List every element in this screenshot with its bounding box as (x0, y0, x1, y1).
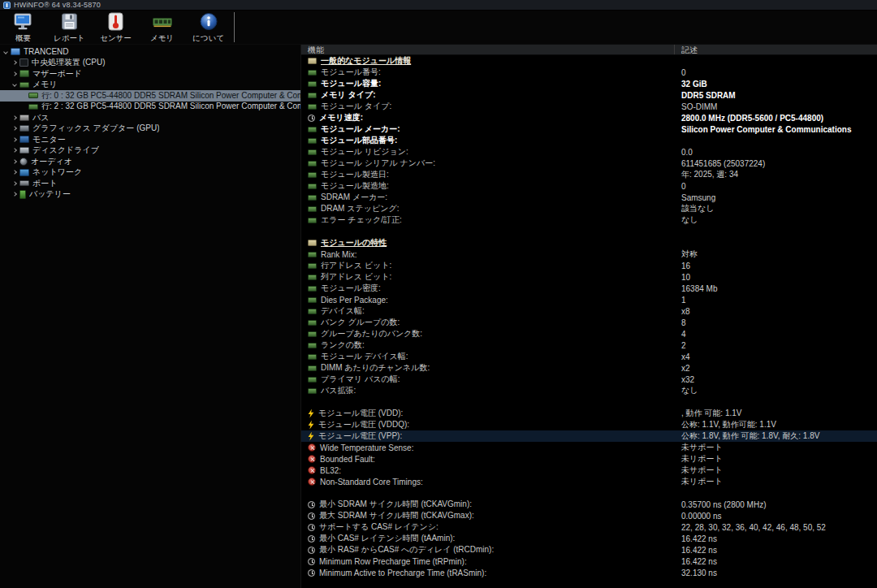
detail-row[interactable]: ランクの数:2 (301, 339, 877, 351)
ram-icon (308, 343, 317, 348)
detail-row[interactable]: 最小 SDRAM サイクル時間 (tCKAVGmin):0.35700 ns (… (301, 499, 877, 510)
sidebar-item[interactable]: マザーボード (0, 68, 300, 80)
feature-label: モジュール電圧 (VPP): (318, 430, 402, 442)
sidebar-item[interactable]: オーディオ (0, 156, 300, 167)
detail-row[interactable]: モジュール製造地:0 (301, 180, 877, 192)
description-cell: 2 (675, 341, 877, 350)
tree-expander[interactable] (11, 138, 18, 141)
sidebar-item[interactable]: ネットワーク (0, 167, 300, 179)
tree-expander[interactable] (11, 182, 18, 185)
sensor-button[interactable]: センサー (93, 11, 139, 44)
feature-label: Rank Mix: (321, 250, 356, 259)
detail-row[interactable]: SDRAM メーカー:Samsung (301, 192, 877, 203)
detail-row[interactable]: モジュール密度:16384 Mb (301, 283, 877, 294)
feature-label: Minimum Row Precharge Time (tRPmin): (319, 557, 467, 566)
description-value: 0.0 (681, 148, 693, 157)
sidebar-item[interactable]: メモリ (0, 80, 300, 91)
detail-row[interactable]: エラー チェック/訂正:なし (301, 214, 877, 226)
detail-row[interactable]: Rank Mix:対称 (301, 249, 877, 260)
tree-expander[interactable] (11, 160, 18, 163)
tree-expander[interactable] (11, 72, 18, 76)
detail-row[interactable]: モジュール番号:0 (301, 67, 877, 78)
description-value: x4 (681, 352, 690, 361)
detail-row[interactable]: メモリ速度:2800.0 MHz (DDR5-5600 / PC5-44800) (301, 112, 877, 123)
description-value: 0 (681, 182, 686, 191)
detail-row[interactable]: モジュール電圧 (VPP):公称: 1.8V, 動作 可能: 1.8V, 耐久:… (301, 430, 877, 442)
sidebar-item[interactable]: TRANCEND (0, 46, 300, 58)
sidebar-item[interactable]: 中央処理装置 (CPU) (0, 58, 300, 69)
feature-cell: 一般的なモジュール情報 (301, 55, 675, 67)
detail-row[interactable]: DIMM あたりのチャンネル数:x2 (301, 362, 877, 374)
detail-row[interactable]: モジュール電圧 (VDD):, 動作 可能: 1.1V (301, 408, 877, 419)
sidebar-item[interactable]: 行: 2 : 32 GB PC5-44800 DDR5 SDRAM Silico… (0, 102, 300, 113)
network-icon (19, 169, 29, 176)
sidebar-item[interactable]: 行: 0 : 32 GB PC5-44800 DDR5 SDRAM Silico… (0, 90, 300, 102)
tree-expander[interactable] (11, 171, 18, 174)
detail-row[interactable]: メモリ タイプ:DDR5 SDRAM (301, 89, 877, 101)
detail-row[interactable]: BL32:未サポート (301, 465, 877, 476)
tree-expander[interactable] (11, 116, 18, 119)
feature-cell: バス拡張: (301, 385, 675, 396)
feature-cell: SDRAM メーカー: (301, 192, 675, 203)
toolbar-button-label: センサー (100, 33, 132, 44)
detail-row[interactable]: 最小 CAS# レイテンシ時間 (tAAmin):16.422 ns (301, 533, 877, 544)
detail-row[interactable]: モジュール デバイス幅:x4 (301, 351, 877, 362)
overview-button[interactable]: 概要 (0, 11, 46, 44)
tree-expander[interactable] (11, 83, 18, 86)
detail-row[interactable]: DRAM ステッピング:該当なし (301, 203, 877, 214)
detail-row[interactable]: プライマリ バスの幅:x32 (301, 374, 877, 385)
ram-icon (308, 127, 317, 132)
sidebar-item[interactable]: バッテリー (0, 189, 300, 201)
detail-section-row[interactable]: モジュールの特性 (301, 237, 877, 249)
about-button[interactable]: について (185, 11, 231, 44)
memory-button[interactable]: メモリ (139, 11, 185, 44)
detail-row[interactable]: 最大 SDRAM サイクル時間 (tCKAVGmax):0.00000 ns (301, 510, 877, 521)
detail-row[interactable]: 最小 RAS# からCAS# へのディレイ (tRCDmin):16.422 n… (301, 544, 877, 556)
sidebar-item[interactable]: バス (0, 112, 300, 123)
sidebar-item[interactable]: ポート (0, 178, 300, 189)
detail-row[interactable]: Minimum Row Precharge Time (tRPmin):16.4… (301, 556, 877, 567)
tree-expander[interactable] (11, 149, 18, 152)
detail-row[interactable]: モジュール シリアル ナンバー:611451685 (25037224) (301, 158, 877, 169)
detail-row[interactable]: グループあたりのバンク数:4 (301, 328, 877, 339)
detail-row[interactable]: Non-Standard Core Timings:未リポート (301, 476, 877, 487)
detail-row[interactable]: モジュール部品番号: (301, 135, 877, 146)
detail-row[interactable]: バス拡張:なし (301, 385, 877, 396)
chevron-right-icon (12, 148, 17, 153)
feature-column-header[interactable]: 機能 (301, 45, 675, 54)
sidebar-item-label: 行: 0 : 32 GB PC5-44800 DDR5 SDRAM Silico… (41, 90, 300, 102)
tree-expander[interactable] (11, 192, 18, 196)
detail-row[interactable]: 行アドレス ビット:16 (301, 260, 877, 271)
sidebar-item[interactable]: ディスクドライブ (0, 145, 300, 157)
ram-icon (308, 195, 317, 201)
description-value: 該当なし (681, 204, 714, 213)
detail-row[interactable]: モジュール容量:32 GiB (301, 78, 877, 89)
detail-row[interactable]: バンク グループの数:8 (301, 317, 877, 328)
detail-row[interactable]: モジュール製造日:年: 2025, 週: 34 (301, 169, 877, 180)
toolbar-button-label: メモリ (150, 33, 174, 44)
detail-row[interactable]: Minimum Active to Precharge Time (tRASmi… (301, 567, 877, 578)
detail-section-row[interactable]: 一般的なモジュール情報 (301, 55, 877, 67)
tree-expander[interactable] (11, 127, 18, 130)
sidebar-item[interactable]: グラフィックス アダプター (GPU) (0, 123, 300, 135)
feature-label: モジュール リビジョン: (321, 146, 408, 158)
description-value: 16.422 ns (681, 534, 717, 543)
detail-row[interactable]: デバイス幅:x8 (301, 305, 877, 317)
feature-label: 最小 SDRAM サイクル時間 (tCKAVGmin): (319, 499, 472, 510)
detail-row[interactable]: モジュール電圧 (VDDQ):公称: 1.1V, 動作可能: 1.1V (301, 419, 877, 430)
detail-row[interactable]: モジュール メーカー:Silicon Power Computer & Comm… (301, 123, 877, 135)
detail-row[interactable]: モジュール リビジョン:0.0 (301, 146, 877, 158)
sidebar-item[interactable]: モニター (0, 134, 300, 145)
detail-row[interactable]: 列アドレス ビット:10 (301, 271, 877, 283)
tree-expander[interactable] (11, 61, 18, 64)
detail-row[interactable]: Wide Temperature Sense:未サポート (301, 442, 877, 453)
detail-row[interactable]: Bounded Fault:未リポート (301, 453, 877, 465)
detail-row[interactable]: Dies Per Package:1 (301, 294, 877, 305)
description-column-header[interactable]: 記述 (675, 45, 877, 54)
detail-row[interactable]: モジュール タイプ:SO-DIMM (301, 101, 877, 112)
sidebar-item-label: ディスクドライブ (32, 145, 99, 156)
detail-row[interactable]: サポートする CAS# レイテンシ:22, 28, 30, 32, 36, 40… (301, 521, 877, 533)
report-button[interactable]: レポート (46, 11, 93, 44)
tree-expander[interactable] (2, 50, 9, 54)
description-cell: 8 (675, 318, 877, 327)
